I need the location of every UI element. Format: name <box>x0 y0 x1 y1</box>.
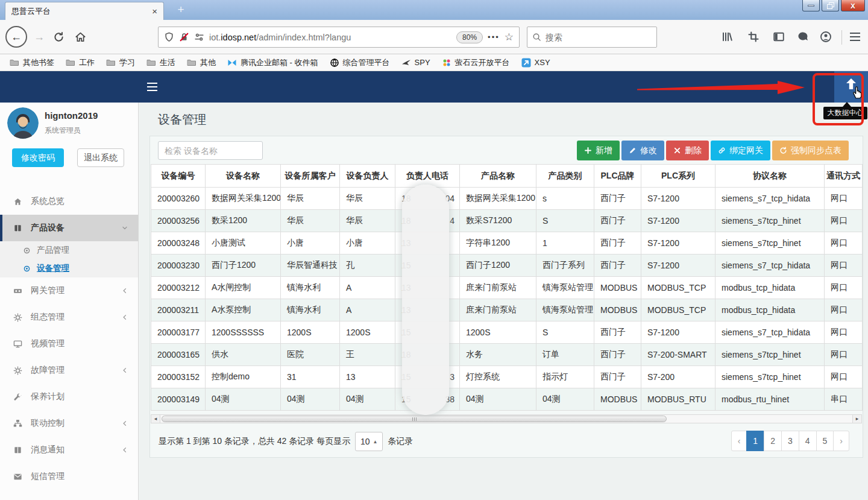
scroll-left-icon[interactable]: ◂ <box>151 415 160 423</box>
sidebar-item[interactable]: 网关管理 <box>0 277 138 304</box>
tab-close-icon[interactable]: × <box>152 7 157 16</box>
button-label: 绑定网关 <box>729 145 763 156</box>
cell-name: 1200SSSSSS <box>206 321 281 344</box>
cell-category: 04测 <box>536 388 594 411</box>
sidebar-item[interactable]: 故障管理 <box>0 357 138 384</box>
menu-icon[interactable] <box>850 33 860 41</box>
scroll-right-icon[interactable]: ▸ <box>852 415 861 423</box>
permissions-icon[interactable] <box>194 32 204 42</box>
toolbar-button[interactable]: 删除 <box>666 141 709 160</box>
bookmark-item[interactable]: 工作 <box>66 57 95 68</box>
page-button[interactable]: 4 <box>799 431 817 451</box>
new-tab-button[interactable]: + <box>172 3 189 17</box>
sidebar-item[interactable]: 短信管理 <box>0 463 138 490</box>
table-row[interactable]: 200003256数采1200华辰华辰184数采S71200S西门子S7-120… <box>151 210 863 232</box>
sidebar-item[interactable]: 联动控制 <box>0 410 138 437</box>
table-row[interactable]: 2000031771200SSSSSS1200S1200S151200SS西门子… <box>151 321 863 344</box>
bookmark-item[interactable]: 综合管理平台 <box>330 57 390 68</box>
sidebar-item[interactable]: 组态管理 <box>0 304 138 331</box>
gear-icon <box>13 366 22 375</box>
zoom-badge[interactable]: 80% <box>456 31 483 43</box>
horizontal-scrollbar[interactable]: ◂ ▸ <box>151 414 862 423</box>
screenshot-icon[interactable] <box>747 31 760 43</box>
page-button[interactable]: 1 <box>746 431 764 451</box>
next-page-button[interactable]: › <box>833 431 849 451</box>
bookmark-item[interactable]: 学习 <box>106 57 135 68</box>
scrollbar-thumb[interactable] <box>162 416 667 422</box>
cell-product: 1200S <box>460 321 536 344</box>
page-button[interactable]: 3 <box>781 431 799 451</box>
url-bar[interactable]: iot.idosp.net/admin/index.html?langu 80%… <box>158 27 520 48</box>
close-button[interactable]: x <box>841 0 865 11</box>
cell-customer: 镇海水利 <box>281 277 340 299</box>
cell-comm: 网口 <box>825 321 863 344</box>
cell-customer: 医院 <box>281 344 340 366</box>
table-row[interactable]: 200003211A水泵控制镇海水利A13庶来门前泵站镇海泵站管理MODBUSM… <box>151 299 863 321</box>
cell-plc_series: S7-1200 <box>641 255 715 277</box>
annotation-arrow <box>636 80 808 97</box>
sidebar-icon[interactable] <box>773 31 785 43</box>
scrollbar-track[interactable] <box>160 415 852 423</box>
main-content: 设备管理 新增修改删除绑定网关强制同步点表 设备编号设备名称设备所属客户设备负责… <box>139 103 868 500</box>
bookmark-star-icon[interactable]: ☆ <box>505 31 514 43</box>
bookmark-item[interactable]: SPY <box>401 58 430 68</box>
bookmark-item[interactable]: 其他书签 <box>10 57 54 68</box>
column-header: 通讯方式 <box>825 165 863 188</box>
table-row[interactable]: 200003248小唐测试小唐小唐13字符串12001西门子S7-1200sie… <box>151 232 863 255</box>
bookmark-label: 综合管理平台 <box>343 57 390 68</box>
bookmark-item[interactable]: 其他 <box>187 57 216 68</box>
sidebar-subitem[interactable]: 产品管理 <box>0 241 138 259</box>
logout-button[interactable]: 退出系统 <box>77 148 124 167</box>
home-icon[interactable] <box>75 31 86 43</box>
book-icon <box>13 446 22 455</box>
per-page-select[interactable]: 10 ▲ <box>355 432 383 451</box>
gear-icon <box>13 313 22 322</box>
toolbar-button[interactable]: 绑定网关 <box>711 141 770 160</box>
toolbar-button[interactable]: 新增 <box>577 141 620 160</box>
sidebar-item[interactable]: 消息通知 <box>0 437 138 463</box>
page-actions-icon[interactable]: ••• <box>488 33 500 42</box>
page-button[interactable]: 5 <box>816 431 834 451</box>
page-button[interactable]: 2 <box>764 431 782 451</box>
search-input[interactable] <box>546 33 636 42</box>
table-row[interactable]: 200003212A水闸控制镇海水利A13庶来门前泵站镇海泵站管理MODBUSM… <box>151 277 863 299</box>
button-label: 修改 <box>640 145 657 156</box>
target-icon <box>23 247 31 255</box>
restore-button[interactable] <box>822 0 839 11</box>
library-icon[interactable] <box>721 31 733 43</box>
browser-tab[interactable]: 思普云平台 × <box>5 2 164 20</box>
table-row[interactable]: 20000314904测04测04测153804测04测MODBUSMODBUS… <box>151 388 863 411</box>
device-search-input[interactable] <box>158 141 263 160</box>
change-password-button[interactable]: 修改密码 <box>12 148 64 167</box>
reload-icon[interactable] <box>53 31 64 43</box>
browser-search[interactable] <box>527 27 657 48</box>
table-row[interactable]: 200003230西门子1200华辰智通科技孔15西门子1200西门子系列西门子… <box>151 255 863 277</box>
table-row[interactable]: 200003260数据网关采集1200华辰华辰1804数据网关采集1200s西门… <box>151 188 863 210</box>
bookmark-item[interactable]: XSY <box>521 58 550 68</box>
toolbar-button[interactable]: 强制同步点表 <box>772 141 849 160</box>
minimize-button[interactable] <box>802 0 820 11</box>
bookmark-item[interactable]: 腾讯企业邮箱 - 收件箱 <box>227 57 318 68</box>
bookmark-label: XSY <box>535 58 550 67</box>
pocket-icon[interactable] <box>797 31 809 43</box>
prev-page-button[interactable]: ‹ <box>731 431 747 451</box>
bookmark-item[interactable]: 生活 <box>146 57 175 68</box>
app-menu-icon[interactable] <box>147 83 157 91</box>
bookmark-item[interactable]: 萤石云开放平台 <box>442 57 510 68</box>
table-row[interactable]: 200003152控制demo3113153灯控系统指示灯西门子S7-200si… <box>151 366 863 388</box>
sidebar-item[interactable] <box>0 490 138 500</box>
sidebar-item[interactable]: 系统总览 <box>0 188 138 215</box>
shield-icon[interactable] <box>164 32 174 42</box>
cell-plc_brand: 西门子 <box>594 321 641 344</box>
table-row[interactable]: 200003165供水医院王18水务订单西门子S7-200-SMARTsieme… <box>151 344 863 366</box>
account-icon[interactable] <box>820 31 832 43</box>
avatar[interactable] <box>7 107 39 139</box>
forward-button[interactable]: → <box>34 31 45 43</box>
cell-product: 西门子1200 <box>460 255 536 277</box>
toolbar-button[interactable]: 修改 <box>621 141 664 160</box>
sidebar-item[interactable]: 保养计划 <box>0 384 138 410</box>
back-button[interactable]: ← <box>5 26 27 48</box>
sidebar-item[interactable]: 产品设备 <box>0 215 138 241</box>
sidebar-item[interactable]: 视频管理 <box>0 331 138 357</box>
sidebar-subitem[interactable]: 设备管理 <box>0 259 138 277</box>
